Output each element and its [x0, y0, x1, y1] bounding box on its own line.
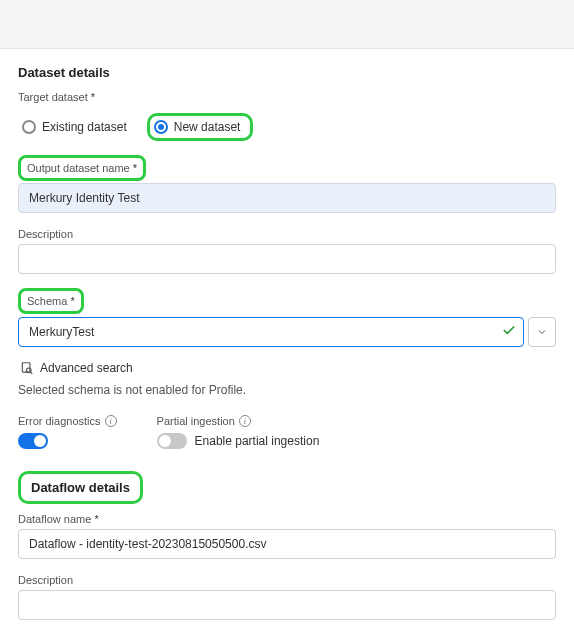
schema-input[interactable]: [18, 317, 524, 347]
output-dataset-name-group: Output dataset name: [18, 155, 556, 213]
chevron-down-icon: [536, 326, 548, 338]
output-dataset-name-input[interactable]: [18, 183, 556, 213]
schema-group: Schema: [18, 288, 556, 347]
schema-input-wrap: [18, 317, 524, 347]
new-dataset-radio[interactable]: New dataset: [147, 113, 254, 141]
schema-profile-note: Selected schema is not enabled for Profi…: [18, 383, 556, 397]
enable-partial-label: Enable partial ingestion: [195, 434, 320, 448]
dataset-details-title: Dataset details: [18, 65, 556, 80]
radio-unchecked-icon: [22, 120, 36, 134]
target-dataset-group: Target dataset Existing dataset New data…: [18, 90, 556, 141]
error-diagnostics-group: Error diagnostics i: [18, 415, 117, 449]
dataflow-details-title-highlight: Dataflow details: [18, 471, 143, 504]
info-icon[interactable]: i: [239, 415, 251, 427]
radio-checked-icon: [154, 120, 168, 134]
dataflow-details-title: Dataflow details: [31, 480, 130, 495]
dataflow-description-label: Description: [18, 574, 73, 586]
dataflow-name-label: Dataflow name: [18, 513, 99, 525]
dataflow-description-input[interactable]: [18, 590, 556, 620]
checkmark-icon: [502, 324, 516, 341]
partial-ingestion-label-row: Partial ingestion i: [157, 415, 320, 427]
dataset-description-group: Description: [18, 227, 556, 274]
toggles-row: Error diagnostics i Partial ingestion i …: [18, 415, 556, 449]
schema-label: Schema: [27, 295, 75, 307]
existing-dataset-label: Existing dataset: [42, 120, 127, 134]
partial-ingestion-group: Partial ingestion i Enable partial inges…: [157, 415, 320, 449]
target-dataset-label: Target dataset: [18, 91, 95, 103]
dataflow-details-section: Dataflow details Dataflow name Descripti…: [18, 471, 556, 620]
partial-ingestion-label: Partial ingestion: [157, 415, 235, 427]
partial-ingestion-toggle[interactable]: [157, 433, 187, 449]
error-diagnostics-toggle[interactable]: [18, 433, 48, 449]
dataflow-name-input[interactable]: [18, 529, 556, 559]
target-dataset-radio-row: Existing dataset New dataset: [18, 113, 556, 141]
dataset-description-label: Description: [18, 228, 73, 240]
dataflow-name-group: Dataflow name: [18, 512, 556, 559]
form-page: Dataset details Target dataset Existing …: [0, 48, 574, 636]
search-page-icon: [20, 361, 34, 375]
schema-dropdown-button[interactable]: [528, 317, 556, 347]
error-diagnostics-label-row: Error diagnostics i: [18, 415, 117, 427]
schema-label-highlight: Schema: [18, 288, 84, 314]
schema-combobox: [18, 317, 556, 347]
dataset-description-input[interactable]: [18, 244, 556, 274]
advanced-search-label: Advanced search: [40, 361, 133, 375]
output-dataset-name-label-highlight: Output dataset name: [18, 155, 146, 181]
new-dataset-label: New dataset: [174, 120, 241, 134]
advanced-search-link[interactable]: Advanced search: [20, 361, 556, 375]
output-dataset-name-label: Output dataset name: [27, 162, 137, 174]
svg-line-2: [31, 372, 33, 374]
info-icon[interactable]: i: [105, 415, 117, 427]
dataflow-description-group: Description: [18, 573, 556, 620]
existing-dataset-radio[interactable]: Existing dataset: [18, 116, 137, 138]
error-diagnostics-label: Error diagnostics: [18, 415, 101, 427]
partial-ingestion-toggle-row: Enable partial ingestion: [157, 433, 320, 449]
